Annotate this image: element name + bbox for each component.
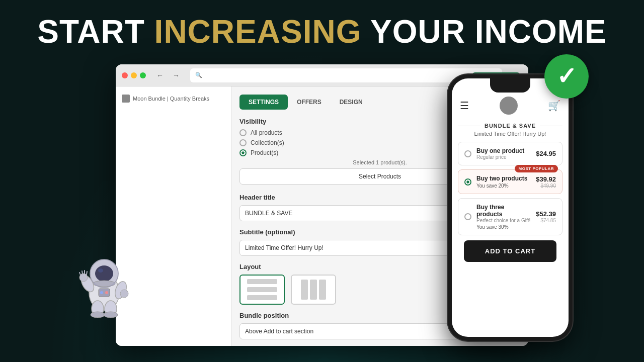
radio-collections-icon [239, 139, 247, 146]
layout-col-1 [301, 280, 308, 300]
svg-point-2 [95, 265, 113, 282]
svg-line-10 [82, 271, 83, 274]
tab-settings[interactable]: SETTINGS [239, 95, 288, 110]
radio-all-icon [239, 129, 247, 136]
bundle-option-2[interactable]: MOST POPULAR Buy two products You save 2… [458, 169, 562, 194]
tab-design[interactable]: DESIGN [331, 95, 372, 110]
bundle-price-2: $39.92 $49.90 [536, 175, 556, 189]
forward-button[interactable]: → [170, 69, 182, 81]
layout-line-2 [247, 287, 277, 292]
radio-products-icon [239, 149, 247, 156]
svg-point-15 [91, 312, 105, 318]
hr-right [540, 126, 562, 126]
phone-notch [490, 78, 530, 93]
layout-line-3 [247, 295, 277, 300]
svg-point-8 [120, 290, 128, 298]
svg-point-19 [105, 291, 108, 294]
breadcrumb: Moon Bundle | Quantity Breaks [122, 93, 225, 107]
svg-point-16 [104, 312, 118, 318]
layout-col-3 [319, 280, 326, 300]
phone-mockup: ☰ 🛒 BUNDLE & SAVE Limited Time Offer! Hu… [448, 74, 573, 341]
bundle-section: BUNDLE & SAVE Limited Time Offer! Hurry … [452, 119, 569, 266]
bundle-radio-2 [464, 178, 471, 186]
add-to-cart-button[interactable]: ADD TO CART [464, 240, 556, 262]
traffic-lights [122, 72, 146, 78]
svg-point-3 [98, 268, 103, 273]
bundle-price-1: $24.95 [536, 150, 556, 157]
bundle-radio-3 [464, 213, 471, 220]
store-logo [500, 97, 518, 115]
hero-title: START INCREASING YOUR INCOME [0, 14, 644, 49]
astronaut-illustration [76, 247, 132, 318]
bundle-radio-1 [464, 150, 471, 157]
most-popular-badge: MOST POPULAR [515, 165, 558, 172]
layout-cols-option[interactable] [291, 275, 336, 305]
cart-icon[interactable]: 🛒 [548, 100, 560, 112]
svg-line-9 [79, 273, 80, 275]
bundle-price-3: $52.39 $74.85 [536, 210, 556, 223]
bundle-title-line: BUNDLE & SAVE [458, 123, 562, 129]
tab-offers[interactable]: OFFERS [288, 95, 331, 110]
astronaut-svg [76, 247, 132, 318]
bundle-info-2: Buy two products You save 20% [476, 175, 531, 189]
back-button[interactable]: ← [154, 69, 166, 81]
maximize-button[interactable] [140, 72, 146, 78]
check-circle [544, 54, 589, 99]
minimize-button[interactable] [131, 72, 137, 78]
bundle-info-1: Buy one product Regular price [476, 147, 531, 160]
layout-rows-option[interactable] [239, 275, 285, 305]
bundle-info-3: Buy three products Perfect choice for a … [476, 204, 531, 230]
close-button[interactable] [122, 72, 128, 78]
browser-sidebar: Moon Bundle | Quantity Breaks [116, 86, 231, 346]
bundle-option-3[interactable]: Buy three products Perfect choice for a … [458, 198, 562, 235]
layout-line-1 [247, 279, 277, 284]
phone-screen: ☰ 🛒 BUNDLE & SAVE Limited Time Offer! Hu… [452, 78, 569, 337]
layout-col-2 [310, 280, 317, 300]
app-icon [122, 95, 130, 103]
bundle-option-1[interactable]: Buy one product Regular price $24.95 [458, 142, 562, 165]
hamburger-icon[interactable]: ☰ [460, 100, 469, 112]
hr-left [458, 126, 480, 126]
svg-point-18 [100, 291, 103, 294]
svg-line-12 [87, 272, 87, 275]
